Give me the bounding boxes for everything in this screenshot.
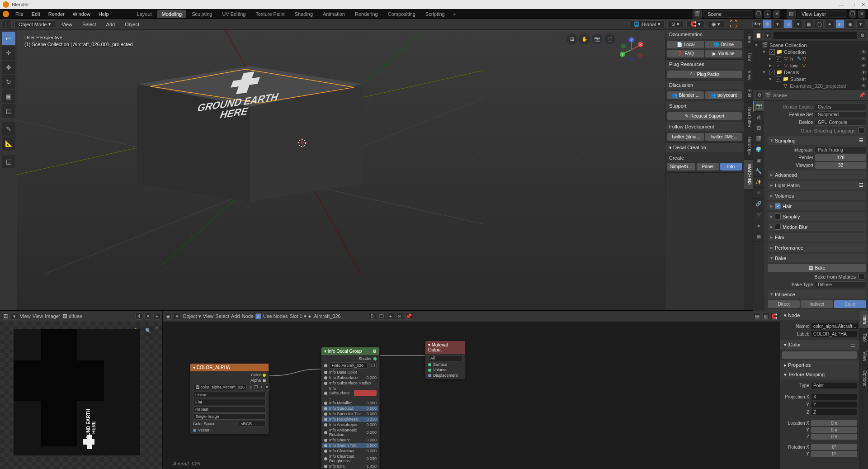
image-new-icon[interactable]: + <box>153 313 160 320</box>
wireframe-shading-icon[interactable]: ◯ <box>815 19 824 28</box>
persp-icon[interactable]: ⬚ <box>604 33 615 44</box>
scene-del-icon[interactable]: ✕ <box>773 10 780 18</box>
node-input-row[interactable]: Info Sheen:0.000 <box>322 437 378 443</box>
scene-field[interactable]: Scene <box>703 10 753 18</box>
material-output-node[interactable]: ▾ Material Output All Surface Volume Dis… <box>425 341 466 379</box>
maximize-icon[interactable]: ☐ <box>850 2 855 8</box>
menu-edit[interactable]: Edit <box>28 10 44 18</box>
texture-props-tab[interactable]: ▦ <box>753 231 764 242</box>
node-title[interactable]: ▾ Info Decal Group ⚙ <box>321 347 379 355</box>
proportional-dropdown[interactable]: ◉ ▾ <box>708 20 724 28</box>
cursor-tool[interactable]: ✛ <box>2 46 15 60</box>
object-menu[interactable]: Object <box>121 21 143 28</box>
data-props-tab[interactable]: ▽ <box>753 209 764 220</box>
img-new-icon[interactable]: + <box>260 384 263 391</box>
color-btn[interactable]: Color <box>834 300 866 308</box>
menu-render[interactable]: Render <box>45 10 68 18</box>
properties-section[interactable]: ▸ Properties <box>780 360 859 370</box>
interp-drop[interactable]: Linear <box>193 392 266 398</box>
np-tab-tool[interactable]: Tool <box>859 329 868 346</box>
select-tool[interactable]: ▭ <box>2 32 15 45</box>
outliner-filter-icon[interactable]: ⚙ <box>859 32 866 39</box>
node-input-row[interactable]: Info Anisotropic:0.000 <box>322 422 378 427</box>
viewlayer-new-icon[interactable]: ❐ <box>849 10 856 18</box>
snap-dropdown[interactable]: 🧲 ▾ <box>686 20 705 28</box>
tree-row[interactable]: ▸▽low▽👁 <box>754 62 867 69</box>
zoom2-icon[interactable]: 🔍 <box>143 325 154 336</box>
node-title[interactable]: ▾ COLOR_ALPHA <box>190 364 269 371</box>
rotx-field[interactable]: 0° <box>811 444 857 450</box>
texmap-section[interactable]: ▾ Texture Mapping <box>780 370 859 379</box>
projx-drop[interactable]: X <box>811 393 857 400</box>
view-menu[interactable]: View <box>58 21 76 28</box>
gizmo-toggle-icon[interactable]: ✥ <box>763 19 772 28</box>
shading-drop-icon[interactable]: ▾ <box>856 19 865 28</box>
render-props-tab[interactable]: 📷 <box>753 101 764 112</box>
imged-mode-icon[interactable]: ▾ <box>11 313 18 320</box>
overlay-drop-icon[interactable]: ▾ <box>794 19 803 28</box>
pan-icon[interactable]: ✋ <box>579 33 590 44</box>
locy-field[interactable]: 0m <box>811 427 857 433</box>
advanced-section[interactable]: ▸Advanced <box>768 171 866 179</box>
engine-value[interactable]: Cycles <box>815 104 866 110</box>
viewlayer-props-tab[interactable]: 🖼 <box>753 123 764 133</box>
imged-view1[interactable]: View <box>20 313 31 319</box>
menu-file[interactable]: File <box>12 10 27 18</box>
osl-checkbox[interactable] <box>859 128 864 133</box>
blender-menu-logo-icon[interactable] <box>3 11 9 17</box>
render-samples[interactable]: 128 <box>815 154 866 161</box>
side-tab-hardops[interactable]: HardOps <box>744 132 753 160</box>
film-section[interactable]: ▸Film <box>768 233 866 242</box>
mat-copy-icon[interactable]: ❐ <box>378 313 385 320</box>
proj-drop[interactable]: Flat <box>193 399 266 405</box>
simple-btn[interactable]: Simple/S… <box>667 163 695 171</box>
blender-btn[interactable]: 👥 Blender ... <box>667 91 704 99</box>
noded-node[interactable]: Node <box>242 313 254 319</box>
featureset-value[interactable]: Supported <box>815 111 866 118</box>
tab-sculpting[interactable]: Sculpting <box>187 10 217 18</box>
target-drop[interactable]: All <box>428 355 462 361</box>
node-input-row[interactable]: Info Specular Tint:0.000 <box>322 411 378 417</box>
material-props-tab[interactable]: ● <box>753 220 764 231</box>
node-input-row[interactable]: Info Base Color <box>322 370 378 375</box>
editor-type-icon[interactable]: ⬚ <box>3 20 12 29</box>
output-props-tab[interactable]: 🖨 <box>753 112 764 123</box>
scene-icon[interactable]: 🎬 <box>693 9 702 19</box>
viewlayer-del-icon[interactable]: ✕ <box>858 10 865 18</box>
mat-new-icon[interactable]: + <box>387 313 394 320</box>
node-input-row[interactable]: Info Subsurface Radius <box>322 380 378 386</box>
viewlayer-field[interactable]: View Layer <box>797 10 847 18</box>
overlay-toggle-icon[interactable]: ⊕ <box>783 19 793 28</box>
tab-modeling[interactable]: Modeling <box>157 10 187 18</box>
slot-drop[interactable]: Slot 1 ▾ <box>289 313 306 319</box>
image-canvas[interactable]: ✋ 🔍 ‹› GROUND EARTH HERE <box>0 322 162 469</box>
tab-animation[interactable]: Animation <box>318 10 349 18</box>
node-title[interactable]: ▾ Material Output <box>425 341 465 354</box>
visibility-dropdown-icon[interactable]: 👁▾ <box>752 19 761 28</box>
viewlayer-icon[interactable]: ▤ <box>787 9 796 19</box>
np-tab-options[interactable]: Options <box>859 366 868 391</box>
decal-creation-header[interactable]: ▾ Decal Creation <box>665 143 744 152</box>
simplify-section[interactable]: ▸Simplify <box>768 212 866 221</box>
scene-props-tab[interactable]: 🎬 <box>753 133 764 144</box>
polycount-btn[interactable]: 👥 polycount <box>705 91 742 99</box>
projy-drop[interactable]: Y <box>811 401 857 408</box>
use-nodes-checkbox[interactable] <box>255 313 261 319</box>
tab-add-button[interactable]: + <box>450 10 458 18</box>
img-del-icon[interactable]: ✕ <box>265 384 269 391</box>
tree-row[interactable]: ▽Examples_020_projected👁 <box>754 82 867 89</box>
node-input-row[interactable]: Info Clearcoat Roughness:0.030 <box>322 454 378 464</box>
tree-row[interactable]: ▸▽h✎▽👁 <box>754 55 867 62</box>
move-tool[interactable]: ✥ <box>2 61 15 74</box>
minimize-icon[interactable]: — <box>839 2 844 8</box>
np-tab-item[interactable]: Item <box>859 311 868 329</box>
node-color-swatch[interactable] <box>782 351 857 359</box>
camera-icon[interactable]: 📷 <box>592 33 603 44</box>
scene-new-icon[interactable]: + <box>764 10 771 18</box>
performance-section[interactable]: ▸Performance <box>768 243 866 252</box>
nav-gizmo[interactable]: X Y Z <box>618 36 645 63</box>
menu-window[interactable]: Window <box>69 10 94 18</box>
node-input-row[interactable]: Info Clearcoat:0.000 <box>322 448 378 454</box>
outliner-type-icon[interactable]: 📋 <box>755 32 762 39</box>
noded-type-icon[interactable]: ◉ <box>165 313 172 320</box>
